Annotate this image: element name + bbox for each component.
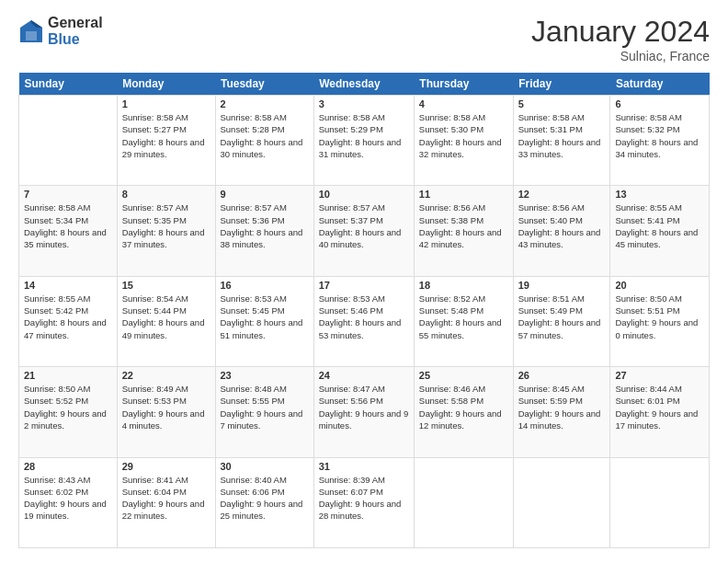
day-info: Sunrise: 8:53 AM Sunset: 5:45 PM Dayligh… (221, 293, 309, 341)
day-info: Sunrise: 8:45 AM Sunset: 5:59 PM Dayligh… (518, 383, 606, 431)
calendar-cell: 5Sunrise: 8:58 AM Sunset: 5:31 PM Daylig… (513, 96, 610, 186)
day-number: 3 (319, 98, 409, 109)
day-info: Sunrise: 8:57 AM Sunset: 5:36 PM Dayligh… (221, 201, 309, 250)
calendar-cell: 27Sunrise: 8:44 AM Sunset: 6:01 PM Dayli… (610, 367, 710, 457)
day-number: 28 (24, 461, 112, 472)
calendar-cell: 15Sunrise: 8:54 AM Sunset: 5:44 PM Dayli… (117, 276, 215, 366)
day-info: Sunrise: 8:48 AM Sunset: 5:55 PM Dayligh… (221, 383, 309, 431)
calendar-cell: 20Sunrise: 8:50 AM Sunset: 5:51 PM Dayli… (610, 276, 710, 366)
day-number: 4 (419, 98, 508, 109)
day-info: Sunrise: 8:46 AM Sunset: 5:58 PM Dayligh… (419, 383, 508, 431)
week-row-3: 14Sunrise: 8:55 AM Sunset: 5:42 PM Dayli… (19, 276, 710, 366)
day-info: Sunrise: 8:56 AM Sunset: 5:40 PM Dayligh… (518, 201, 606, 250)
location: Sulniac, France (531, 49, 710, 63)
calendar-cell: 3Sunrise: 8:58 AM Sunset: 5:29 PM Daylig… (313, 96, 414, 186)
day-number: 31 (319, 461, 409, 472)
calendar-cell: 21Sunrise: 8:50 AM Sunset: 5:52 PM Dayli… (19, 367, 118, 457)
day-info: Sunrise: 8:51 AM Sunset: 5:49 PM Dayligh… (518, 293, 606, 341)
day-number: 5 (518, 98, 606, 109)
day-number: 1 (122, 98, 210, 109)
day-info: Sunrise: 8:50 AM Sunset: 5:52 PM Dayligh… (24, 383, 112, 431)
calendar-cell (414, 457, 513, 547)
week-row-1: 1Sunrise: 8:58 AM Sunset: 5:27 PM Daylig… (19, 96, 710, 186)
header-wednesday: Wednesday (313, 73, 414, 96)
header-monday: Monday (117, 73, 215, 96)
day-number: 8 (122, 189, 210, 200)
svg-rect-2 (26, 31, 37, 40)
day-number: 2 (221, 98, 309, 109)
day-info: Sunrise: 8:58 AM Sunset: 5:30 PM Dayligh… (419, 111, 508, 160)
month-title: January 2024 (531, 15, 710, 49)
calendar-cell: 12Sunrise: 8:56 AM Sunset: 5:40 PM Dayli… (513, 186, 610, 276)
day-info: Sunrise: 8:56 AM Sunset: 5:38 PM Dayligh… (419, 201, 508, 250)
day-number: 17 (319, 280, 409, 291)
day-info: Sunrise: 8:50 AM Sunset: 5:51 PM Dayligh… (615, 293, 704, 341)
page: General Blue January 2024 Sulniac, Franc… (0, 0, 728, 563)
calendar-cell: 17Sunrise: 8:53 AM Sunset: 5:46 PM Dayli… (313, 276, 414, 366)
day-number: 25 (419, 370, 508, 381)
calendar-cell: 25Sunrise: 8:46 AM Sunset: 5:58 PM Dayli… (414, 367, 513, 457)
title-section: January 2024 Sulniac, France (531, 15, 710, 63)
day-info: Sunrise: 8:52 AM Sunset: 5:48 PM Dayligh… (419, 293, 508, 341)
calendar-cell: 29Sunrise: 8:41 AM Sunset: 6:04 PM Dayli… (117, 457, 215, 547)
calendar-cell: 19Sunrise: 8:51 AM Sunset: 5:49 PM Dayli… (513, 276, 610, 366)
day-number: 24 (319, 370, 409, 381)
calendar-cell: 11Sunrise: 8:56 AM Sunset: 5:38 PM Dayli… (414, 186, 513, 276)
header: General Blue January 2024 Sulniac, Franc… (18, 15, 710, 63)
day-number: 14 (24, 280, 112, 291)
day-info: Sunrise: 8:49 AM Sunset: 5:53 PM Dayligh… (122, 383, 210, 431)
calendar-cell: 31Sunrise: 8:39 AM Sunset: 6:07 PM Dayli… (313, 457, 414, 547)
logo-general-text: General (48, 15, 103, 31)
week-row-2: 7Sunrise: 8:58 AM Sunset: 5:34 PM Daylig… (19, 186, 710, 276)
day-info: Sunrise: 8:55 AM Sunset: 5:41 PM Dayligh… (615, 201, 704, 250)
week-row-4: 21Sunrise: 8:50 AM Sunset: 5:52 PM Dayli… (19, 367, 710, 457)
header-friday: Friday (513, 73, 610, 96)
day-info: Sunrise: 8:58 AM Sunset: 5:32 PM Dayligh… (615, 111, 704, 160)
day-info: Sunrise: 8:58 AM Sunset: 5:31 PM Dayligh… (518, 111, 606, 160)
day-info: Sunrise: 8:58 AM Sunset: 5:28 PM Dayligh… (221, 111, 309, 160)
calendar-cell: 13Sunrise: 8:55 AM Sunset: 5:41 PM Dayli… (610, 186, 710, 276)
day-number: 10 (319, 189, 409, 200)
calendar-cell: 6Sunrise: 8:58 AM Sunset: 5:32 PM Daylig… (610, 96, 710, 186)
calendar-table: Sunday Monday Tuesday Wednesday Thursday… (18, 73, 710, 548)
day-number: 21 (24, 370, 112, 381)
day-info: Sunrise: 8:54 AM Sunset: 5:44 PM Dayligh… (122, 293, 210, 341)
day-number: 30 (221, 461, 309, 472)
day-number: 16 (221, 280, 309, 291)
day-info: Sunrise: 8:58 AM Sunset: 5:34 PM Dayligh… (24, 201, 112, 250)
calendar-cell (513, 457, 610, 547)
calendar-cell: 8Sunrise: 8:57 AM Sunset: 5:35 PM Daylig… (117, 186, 215, 276)
day-number: 9 (221, 189, 309, 200)
logo: General Blue (18, 15, 103, 47)
day-number: 19 (518, 280, 606, 291)
calendar-cell: 10Sunrise: 8:57 AM Sunset: 5:37 PM Dayli… (313, 186, 414, 276)
day-info: Sunrise: 8:55 AM Sunset: 5:42 PM Dayligh… (24, 293, 112, 341)
calendar-cell: 16Sunrise: 8:53 AM Sunset: 5:45 PM Dayli… (215, 276, 313, 366)
calendar-cell: 14Sunrise: 8:55 AM Sunset: 5:42 PM Dayli… (19, 276, 118, 366)
calendar-cell (19, 96, 118, 186)
day-info: Sunrise: 8:43 AM Sunset: 6:02 PM Dayligh… (24, 474, 112, 523)
calendar-cell (610, 457, 710, 547)
header-tuesday: Tuesday (215, 73, 313, 96)
day-number: 18 (419, 280, 508, 291)
calendar-cell: 4Sunrise: 8:58 AM Sunset: 5:30 PM Daylig… (414, 96, 513, 186)
day-info: Sunrise: 8:44 AM Sunset: 6:01 PM Dayligh… (615, 383, 704, 431)
calendar-cell: 26Sunrise: 8:45 AM Sunset: 5:59 PM Dayli… (513, 367, 610, 457)
day-number: 13 (615, 189, 704, 200)
day-info: Sunrise: 8:41 AM Sunset: 6:04 PM Dayligh… (122, 474, 210, 523)
calendar-cell: 7Sunrise: 8:58 AM Sunset: 5:34 PM Daylig… (19, 186, 118, 276)
header-thursday: Thursday (414, 73, 513, 96)
day-number: 15 (122, 280, 210, 291)
day-number: 29 (122, 461, 210, 472)
weekday-header-row: Sunday Monday Tuesday Wednesday Thursday… (19, 73, 710, 96)
day-info: Sunrise: 8:58 AM Sunset: 5:29 PM Dayligh… (319, 111, 409, 160)
header-sunday: Sunday (19, 73, 118, 96)
day-info: Sunrise: 8:40 AM Sunset: 6:06 PM Dayligh… (221, 474, 309, 523)
day-info: Sunrise: 8:58 AM Sunset: 5:27 PM Dayligh… (122, 111, 210, 160)
day-number: 27 (615, 370, 704, 381)
day-info: Sunrise: 8:53 AM Sunset: 5:46 PM Dayligh… (319, 293, 409, 341)
calendar-cell: 1Sunrise: 8:58 AM Sunset: 5:27 PM Daylig… (117, 96, 215, 186)
day-number: 26 (518, 370, 606, 381)
day-number: 22 (122, 370, 210, 381)
day-number: 20 (615, 280, 704, 291)
